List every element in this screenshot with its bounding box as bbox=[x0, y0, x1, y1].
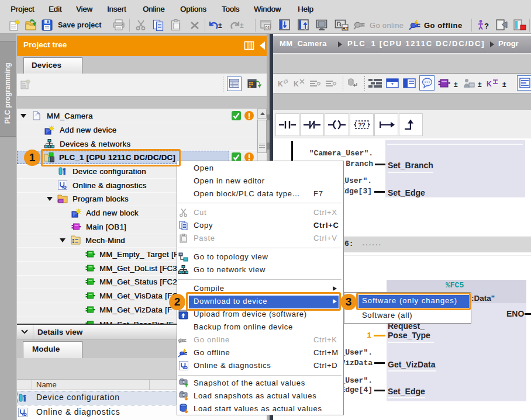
svg-text:?: ? bbox=[484, 22, 489, 30]
svg-text:K: K bbox=[294, 80, 299, 88]
svg-text:01: 01 bbox=[266, 26, 270, 30]
svg-text:RT: RT bbox=[343, 26, 349, 31]
svg-text:K: K bbox=[278, 80, 283, 88]
svg-text:??: ?? bbox=[358, 122, 366, 129]
svg-text:K: K bbox=[487, 80, 492, 88]
